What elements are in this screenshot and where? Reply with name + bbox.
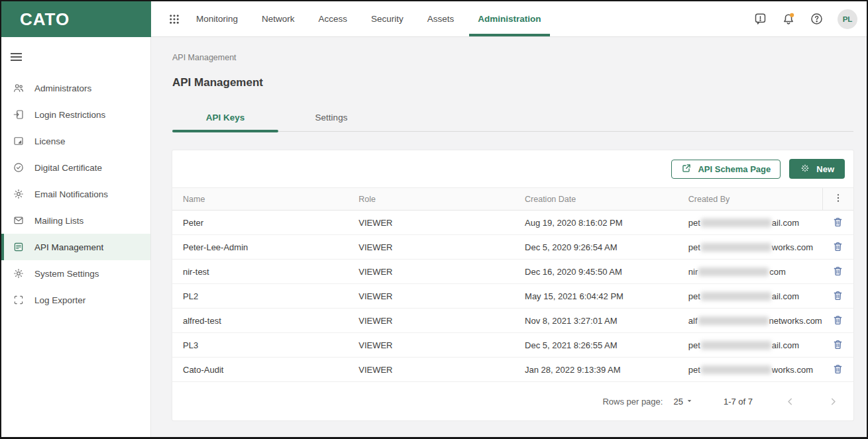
delete-api-key-button[interactable] [830, 313, 845, 328]
sidebar-item-system-settings[interactable]: System Settings [1, 260, 150, 287]
previous-page-button[interactable] [785, 396, 796, 407]
breadcrumb: API Management [172, 53, 853, 62]
cell-created-by: alfnetworks.com [678, 309, 823, 333]
export-icon [12, 294, 25, 306]
delete-api-key-button[interactable] [830, 239, 845, 254]
cell-creation-date: Jan 28, 2022 9:13:39 AM [514, 358, 678, 382]
cell-role: VIEWER [348, 235, 514, 260]
email-suffix: works.com [772, 242, 813, 252]
column-header-role: Role [348, 188, 514, 211]
top-nav-administration[interactable]: Administration [478, 1, 541, 36]
top-actions: PL [753, 1, 857, 36]
sidebar-item-log-exporter[interactable]: Log Exporter [1, 287, 150, 313]
redacted-email-segment [698, 268, 769, 276]
redacted-email-segment [698, 317, 769, 325]
cell-creation-date: Aug 19, 2020 8:16:02 PM [514, 211, 678, 235]
api-keys-table: NameRoleCreation DateCreated By PeterVIE… [172, 187, 853, 382]
email-suffix: ail.com [772, 340, 799, 350]
cell-creation-date: Dec 5, 2020 9:26:54 AM [514, 235, 678, 260]
email-prefix: pet [688, 218, 700, 228]
app-grid-icon[interactable] [168, 1, 180, 36]
delete-api-key-button[interactable] [830, 264, 845, 279]
email-suffix: com [769, 267, 786, 277]
cell-created-by: petworks.com [678, 358, 823, 382]
new-button[interactable]: New [789, 159, 845, 179]
sidebar-item-mailing-lists[interactable]: Mailing Lists [1, 207, 150, 234]
license-icon [12, 135, 25, 147]
column-header-name: Name [172, 188, 348, 211]
email-suffix: works.com [772, 365, 813, 375]
cell-created-by: nircom [678, 260, 823, 284]
table-row: PL2VIEWERMay 15, 2021 6:04:42 PMpetail.c… [172, 284, 853, 309]
main-content: API Management API Management API KeysSe… [151, 37, 867, 437]
next-page-button[interactable] [828, 396, 839, 407]
sidebar-item-label: Log Exporter [34, 295, 85, 305]
email-prefix: pet [688, 365, 700, 375]
gear-icon [12, 268, 25, 279]
sidebar-item-login-restrictions[interactable]: Login Restrictions [1, 101, 150, 128]
top-nav-assets[interactable]: Assets [427, 1, 455, 36]
api-schema-page-button[interactable]: API Schema Page [671, 160, 781, 179]
avatar[interactable]: PL [838, 9, 857, 29]
help-icon[interactable] [810, 12, 824, 26]
email-prefix: pet [688, 291, 700, 301]
redacted-email-segment [701, 243, 771, 252]
delete-api-key-button[interactable] [830, 362, 845, 377]
rows-per-page-select[interactable]: 25 [673, 397, 692, 407]
sidebar-item-api-management[interactable]: API Management [1, 234, 150, 260]
redacted-email-segment [701, 219, 771, 227]
cell-creation-date: May 15, 2021 6:04:42 PM [514, 284, 678, 309]
sidebar: AdministratorsLogin RestrictionsLicenseD… [1, 37, 151, 437]
top-nav-access[interactable]: Access [319, 1, 348, 36]
top-bar: CATO MonitoringNetworkAccessSecurityAsse… [1, 1, 867, 37]
table-row: alfred-testVIEWERNov 8, 2021 3:27:01 AMa… [172, 309, 853, 333]
sidebar-item-label: Administrators [34, 83, 91, 93]
cell-name: Peter-Lee-Admin [172, 235, 348, 260]
feedback-icon[interactable] [753, 12, 767, 26]
pagination-range: 1-7 of 7 [724, 397, 753, 407]
cell-name: nir-test [172, 260, 348, 284]
notifications-bell-icon[interactable] [781, 12, 796, 26]
cell-role: VIEWER [348, 211, 514, 235]
delete-api-key-button[interactable] [830, 288, 845, 303]
sidebar-item-email-notifications[interactable]: Email Notifications [1, 181, 150, 207]
table-row: nir-testVIEWERDec 16, 2020 9:45:50 AMnir… [172, 260, 853, 284]
brand-logo[interactable]: CATO [1, 1, 151, 37]
login-icon [12, 109, 25, 121]
email-prefix: pet [688, 340, 700, 350]
card-toolbar: API Schema Page New [172, 150, 853, 187]
column-options-kebab-icon[interactable] [829, 191, 847, 207]
email-prefix: alf [688, 316, 698, 326]
sidebar-item-license[interactable]: License [1, 128, 150, 154]
hamburger-menu-icon[interactable] [8, 48, 25, 66]
certificate-icon [12, 162, 25, 173]
table-row: Cato-AuditVIEWERJan 28, 2022 9:13:39 AMp… [172, 358, 853, 382]
tab-settings[interactable]: Settings [278, 107, 384, 131]
top-bar-main: MonitoringNetworkAccessSecurityAssetsAdm… [151, 1, 867, 37]
delete-api-key-button[interactable] [830, 337, 845, 352]
cell-creation-date: Nov 8, 2021 3:27:01 AM [514, 309, 678, 333]
top-nav-monitoring[interactable]: Monitoring [196, 1, 238, 36]
sidebar-item-administrators[interactable]: Administrators [1, 75, 150, 101]
rows-per-page-label: Rows per page: [602, 397, 663, 407]
cell-name: PL2 [172, 284, 348, 309]
api-icon [12, 241, 25, 253]
tab-api-keys[interactable]: API Keys [172, 107, 278, 131]
table-row: PeterVIEWERAug 19, 2020 8:16:02 PMpetail… [172, 211, 853, 235]
sidebar-item-label: Email Notifications [34, 189, 108, 199]
cell-role: VIEWER [348, 284, 514, 309]
sidebar-item-label: API Management [34, 242, 103, 252]
cell-role: VIEWER [348, 309, 514, 333]
cell-created-by: petail.com [678, 333, 823, 358]
delete-api-key-button[interactable] [830, 215, 845, 230]
top-nav-network[interactable]: Network [262, 1, 295, 36]
pagination-bar: Rows per page: 25 1-7 of 7 [172, 382, 853, 420]
sparkle-icon [800, 163, 810, 175]
tab-bar: API KeysSettings [172, 107, 853, 132]
app-window: CATO MonitoringNetworkAccessSecurityAsse… [0, 0, 868, 439]
sidebar-item-label: Mailing Lists [34, 216, 83, 226]
sidebar-item-digital-certificate[interactable]: Digital Certificate [1, 154, 150, 181]
top-nav-security[interactable]: Security [371, 1, 404, 36]
cell-creation-date: Dec 5, 2021 8:26:55 AM [514, 333, 678, 358]
cell-name: Peter [172, 211, 348, 235]
